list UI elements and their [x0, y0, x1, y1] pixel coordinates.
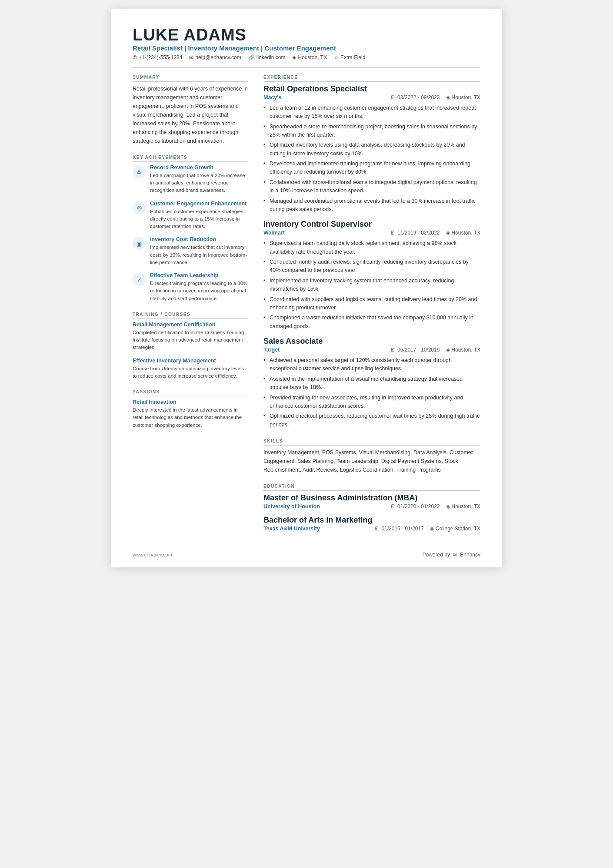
- job-dates-loc: 🗓 11/2019 - 02/2022 ◈ Houston, TX: [390, 230, 480, 236]
- achievement-icon: ◎: [133, 201, 146, 214]
- pin-icon: ◈: [446, 94, 450, 101]
- achievement-title: Record Revenue Growth: [150, 164, 248, 171]
- summary-text: Retail professional with 6 years of expe…: [133, 84, 248, 145]
- edu-calendar-icon: 🗓: [390, 503, 396, 509]
- edu-school: Texas A&M University: [263, 526, 320, 532]
- job-dates-loc: 🗓 03/2022 - 09/2023 ◈ Houston, TX: [390, 94, 480, 101]
- job-dates: 🗓 06/2017 - 10/2019: [390, 347, 440, 353]
- email-icon: ✉: [189, 54, 193, 60]
- training-item: Retail Management Certification Complete…: [133, 322, 248, 352]
- bullet-item: Managed and coordinated promotional even…: [263, 197, 480, 214]
- training-desc: Course from Udemy on optimizing inventor…: [133, 365, 248, 380]
- bullet-item: Coordinated with suppliers and logistics…: [263, 295, 480, 312]
- edu-school: University of Houston: [263, 503, 320, 509]
- degree-title: Master of Business Administration (MBA): [263, 493, 480, 503]
- job-meta: Macy's 🗓 03/2022 - 09/2023 ◈ Houston, TX: [263, 94, 480, 101]
- training-item: Effective Inventory Management Course fr…: [133, 358, 248, 380]
- achievement-desc: Led a campaign that drove a 20% increase…: [150, 172, 248, 194]
- achievement-title: Customer Engagement Enhancement: [150, 201, 248, 207]
- job-meta: Target 🗓 06/2017 - 10/2019 ◈ Houston, TX: [263, 347, 480, 353]
- job-dates: 🗓 03/2022 - 09/2023: [390, 94, 440, 101]
- job-item: Sales Associate Target 🗓 06/2017 - 10/20…: [263, 337, 480, 429]
- education-section-title: EDUCATION: [263, 484, 480, 491]
- edu-dates-loc: 🗓 01/2015 - 01/2017 ◈ College Station, T…: [374, 526, 480, 532]
- edu-location: ◈ Houston, TX: [446, 503, 480, 509]
- experience-section-title: EXPERIENCE: [263, 75, 480, 82]
- job-company: Walmart: [263, 230, 285, 236]
- training-desc: Completed certification from the Busines…: [133, 329, 248, 352]
- edu-dates: 🗓 01/2020 - 01/2022: [390, 503, 440, 509]
- powered-by-label: Powered by: [423, 552, 450, 558]
- location-icon: ◈: [292, 54, 296, 60]
- candidate-title: Retail Specialist | Inventory Management…: [133, 44, 480, 52]
- contact-info: ✆ +1-(234)-555-1234 ✉ help@enhancv.com 🔗…: [133, 54, 480, 60]
- achievements-section-title: KEY ACHIEVEMENTS: [133, 155, 248, 162]
- calendar-icon: 🗓: [390, 347, 396, 353]
- edu-pin-icon: ◈: [446, 503, 450, 509]
- passions-list: Retail Innovation Deeply interested in t…: [133, 399, 248, 429]
- achievement-item: ♙ Record Revenue Growth Led a campaign t…: [133, 164, 248, 194]
- passions-section-title: PASSIONS: [133, 389, 248, 396]
- footer-website: www.enhancv.com: [133, 552, 172, 557]
- summary-section: SUMMARY Retail professional with 6 years…: [133, 75, 248, 145]
- pin-icon: ◈: [446, 230, 450, 236]
- bullet-item: Spearheaded a store re-merchandising pro…: [263, 123, 480, 140]
- edu-meta: Texas A&M University 🗓 01/2015 - 01/2017…: [263, 526, 480, 532]
- calendar-icon: 🗓: [390, 230, 396, 236]
- bullet-item: Conducted monthly audit reviews, signifi…: [263, 258, 480, 275]
- achievement-item: ✓ Effective Team Leadership Directed tra…: [133, 272, 248, 302]
- job-title: Inventory Control Supervisor: [263, 220, 480, 229]
- phone-contact: ✆ +1-(234)-555-1234: [133, 54, 182, 60]
- passion-item: Retail Innovation Deeply interested in t…: [133, 399, 248, 429]
- education-item: Bachelor of Arts in Marketing Texas A&M …: [263, 516, 480, 532]
- experience-section: EXPERIENCE Retail Operations Specialist …: [263, 75, 480, 429]
- job-meta: Walmart 🗓 11/2019 - 02/2022 ◈ Houston, T…: [263, 230, 480, 236]
- training-section: TRAINING / COURSES Retail Management Cer…: [133, 312, 248, 380]
- bullet-item: Implemented an inventory tracking system…: [263, 277, 480, 294]
- star-icon: ☆: [334, 54, 339, 60]
- achievement-title: Inventory Cost Reduction: [150, 236, 248, 242]
- body-columns: SUMMARY Retail professional with 6 years…: [133, 75, 480, 541]
- resume-page: LUKE ADAMS Retail Specialist | Inventory…: [111, 9, 502, 567]
- education-section: EDUCATION Master of Business Administrat…: [263, 484, 480, 532]
- achievement-desc: Directed training programs leading to a …: [150, 280, 248, 302]
- passion-desc: Deeply interested in the latest advancem…: [133, 406, 248, 429]
- training-list: Retail Management Certification Complete…: [133, 322, 248, 380]
- bullet-item: Collaborated with cross-functional teams…: [263, 178, 480, 195]
- left-column: SUMMARY Retail professional with 6 years…: [133, 75, 248, 541]
- location-contact: ◈ Houston, TX: [292, 54, 326, 60]
- training-title: Retail Management Certification: [133, 322, 248, 328]
- extra-contact: ☆ Extra Field: [334, 54, 365, 60]
- job-location: ◈ Houston, TX: [446, 347, 480, 353]
- job-title: Sales Associate: [263, 337, 480, 346]
- job-bullets: Supervised a team handling daily stock r…: [263, 239, 480, 331]
- achievement-icon: ♙: [133, 165, 146, 178]
- skills-text: Inventory Management, POS Systems, Visua…: [263, 448, 480, 474]
- bullet-item: Optimized inventory levels using data an…: [263, 141, 480, 158]
- achievement-title: Effective Team Leadership: [150, 272, 248, 278]
- achievement-content: Customer Engagement Enhancement Enhanced…: [150, 201, 248, 231]
- achievement-icon: ✓: [133, 273, 146, 286]
- job-location: ◈ Houston, TX: [446, 94, 480, 101]
- bullet-item: Provided training for new associates, re…: [263, 394, 480, 411]
- header-section: LUKE ADAMS Retail Specialist | Inventory…: [133, 26, 480, 60]
- edu-calendar-icon: 🗓: [374, 526, 380, 532]
- right-column: EXPERIENCE Retail Operations Specialist …: [263, 75, 480, 541]
- achievement-icon: ▣: [133, 237, 146, 250]
- pin-icon: ◈: [446, 347, 450, 353]
- achievements-list: ♙ Record Revenue Growth Led a campaign t…: [133, 164, 248, 302]
- achievement-desc: Implemented new tactics that cut invento…: [150, 244, 248, 266]
- edu-location: ◈ College Station, TX: [430, 526, 480, 532]
- skills-section: SKILLS Inventory Management, POS Systems…: [263, 439, 480, 474]
- bullet-item: Optimized checkout processes, reducing c…: [263, 412, 480, 429]
- edu-dates-loc: 🗓 01/2020 - 01/2022 ◈ Houston, TX: [390, 503, 480, 509]
- job-dates-loc: 🗓 06/2017 - 10/2019 ◈ Houston, TX: [390, 347, 480, 353]
- skills-section-title: SKILLS: [263, 439, 480, 446]
- edu-meta: University of Houston 🗓 01/2020 - 01/202…: [263, 503, 480, 509]
- degree-title: Bachelor of Arts in Marketing: [263, 516, 480, 525]
- job-bullets: Achieved a personal sales target of 120%…: [263, 356, 480, 429]
- bullet-item: Championed a waste reduction initiative …: [263, 314, 480, 331]
- brand-name: Enhancv: [460, 552, 480, 558]
- candidate-name: LUKE ADAMS: [133, 26, 480, 44]
- header-divider: [133, 67, 480, 68]
